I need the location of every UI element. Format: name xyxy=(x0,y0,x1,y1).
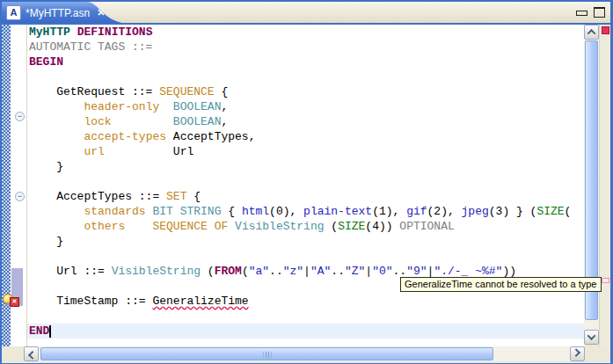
code-line[interactable] xyxy=(29,309,584,324)
code-line[interactable]: standards BIT STRING { html(0), plain-te… xyxy=(29,204,584,219)
code-line[interactable]: GetRequest ::= SEQUENCE { xyxy=(29,84,584,99)
tab-title: *MyHTTP.asn xyxy=(26,7,90,19)
editor-tab[interactable]: A *MyHTTP.asn ✕ xyxy=(2,2,134,24)
chevron-down-icon xyxy=(587,331,596,340)
code-line[interactable] xyxy=(29,69,584,84)
code-line[interactable]: header-only BOOLEAN, xyxy=(29,99,584,114)
chevron-up-icon xyxy=(587,29,596,38)
minus-glyph: − xyxy=(18,113,22,120)
error-tooltip: GeneralizeTime cannot be resolved to a t… xyxy=(400,277,602,292)
maximize-button[interactable] xyxy=(594,7,605,18)
code-line[interactable] xyxy=(29,174,584,189)
scroll-up-button[interactable] xyxy=(584,25,599,40)
code-line[interactable]: } xyxy=(29,234,584,249)
minus-glyph: − xyxy=(18,193,22,200)
editor-window: A *MyHTTP.asn ✕ − − ✕ MyHTTP DEFINITIONS… xyxy=(0,0,613,364)
thumb-grip xyxy=(263,352,271,358)
code-line[interactable]: AcceptTypes ::= SET { xyxy=(29,189,584,204)
asn-file-icon: A xyxy=(6,5,21,20)
minimize-button[interactable] xyxy=(576,11,587,16)
fold-collapse-icon[interactable]: − xyxy=(15,112,25,121)
code-line[interactable]: END xyxy=(29,324,584,339)
code-line[interactable]: BEGIN xyxy=(29,55,584,69)
scroll-left-button[interactable] xyxy=(24,346,39,361)
code-line[interactable]: others SEQUENCE OF VisibleString (SIZE(4… xyxy=(29,219,584,234)
code-line[interactable]: url Url xyxy=(29,144,584,159)
scroll-right-button[interactable] xyxy=(570,346,585,361)
code-line[interactable]: MyHTTP DEFINITIONS xyxy=(29,25,584,40)
overview-error-marker[interactable] xyxy=(602,278,609,283)
tab-close-icon[interactable]: ✕ xyxy=(97,8,105,18)
error-x-icon: ✕ xyxy=(10,297,19,307)
code-line[interactable]: } xyxy=(29,159,584,174)
code-line[interactable]: AUTOMATIC TAGS ::= xyxy=(29,40,584,55)
overview-error-indicator[interactable] xyxy=(602,26,609,34)
fold-collapse-icon[interactable]: − xyxy=(15,192,25,201)
overview-ruler[interactable] xyxy=(599,25,610,346)
error-quickfix-icon[interactable]: ✕ xyxy=(3,293,18,306)
chevron-left-icon xyxy=(28,351,37,360)
code-line[interactable] xyxy=(29,249,584,264)
horizontal-scrollbar[interactable] xyxy=(24,346,585,361)
code-editor[interactable]: MyHTTP DEFINITIONSAUTOMATIC TAGS ::=BEGI… xyxy=(27,25,584,346)
code-line[interactable]: TimeStamp ::= GeneralizeTime xyxy=(29,294,584,309)
code-line[interactable]: lock BOOLEAN, xyxy=(29,114,584,129)
editor-area: − − ✕ MyHTTP DEFINITIONSAUTOMATIC TAGS :… xyxy=(2,23,610,363)
chevron-right-icon xyxy=(572,348,580,357)
text-caret xyxy=(49,325,51,338)
horizontal-scrollbar-thumb[interactable] xyxy=(40,347,493,360)
vertical-scrollbar[interactable] xyxy=(584,25,599,345)
scroll-down-button[interactable] xyxy=(584,330,599,345)
code-line[interactable]: accept-types AcceptTypes, xyxy=(29,129,584,144)
tab-strip: A *MyHTTP.asn ✕ xyxy=(2,2,610,23)
